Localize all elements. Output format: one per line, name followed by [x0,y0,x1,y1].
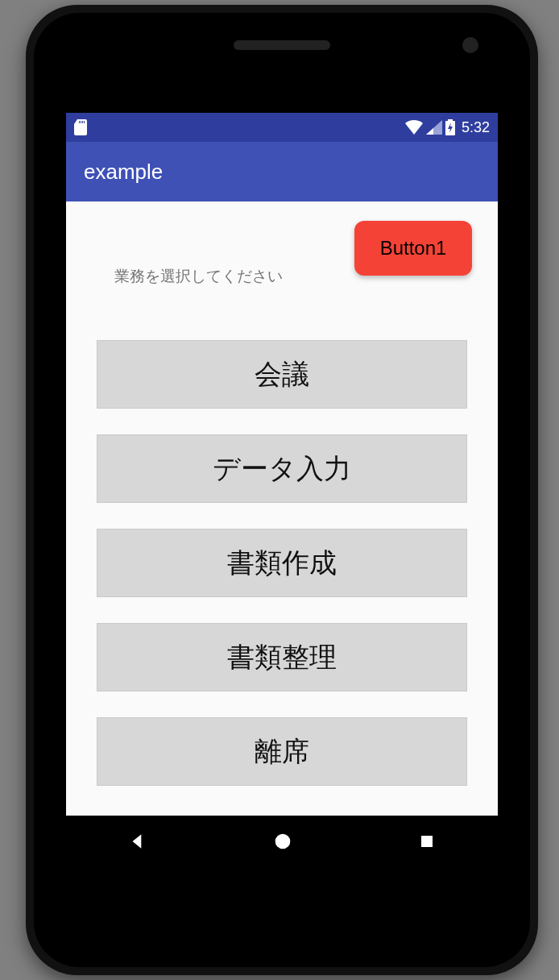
content-area: 業務を選択してください Button1 会議 データ入力 書類作成 書類整理 離… [66,201,498,816]
task-button-meeting[interactable]: 会議 [97,340,467,409]
nav-home-icon[interactable] [271,830,294,853]
app-bar: example [66,142,498,201]
top-row: 業務を選択してください Button1 [97,221,467,301]
wifi-icon [405,120,423,135]
button1[interactable]: Button1 [354,221,472,276]
status-time: 5:32 [462,119,490,136]
navigation-bar [66,816,498,867]
screen: 5:32 example 業務を選択してください Button1 会議 データ入… [66,113,498,867]
phone-frame: 5:32 example 業務を選択してください Button1 会議 データ入… [26,5,538,975]
cell-signal-icon [426,120,442,135]
nav-recent-icon[interactable] [417,832,437,851]
task-button-doc-organize[interactable]: 書類整理 [97,623,467,691]
battery-charging-icon [445,119,455,135]
status-bar: 5:32 [66,113,498,142]
svg-point-0 [275,834,291,849]
task-button-doc-create[interactable]: 書類作成 [97,529,467,597]
sd-card-icon [74,119,87,135]
phone-speaker [234,40,330,50]
prompt-label: 業務を選択してください [114,266,283,287]
task-list: 会議 データ入力 書類作成 書類整理 離席 [97,340,467,786]
phone-bezel: 5:32 example 業務を選択してください Button1 会議 データ入… [34,13,530,967]
task-button-away[interactable]: 離席 [97,717,467,786]
svg-rect-1 [421,836,433,847]
phone-camera [462,37,478,53]
task-button-data-entry[interactable]: データ入力 [97,434,467,503]
app-title: example [84,160,163,185]
nav-back-icon[interactable] [127,831,148,852]
